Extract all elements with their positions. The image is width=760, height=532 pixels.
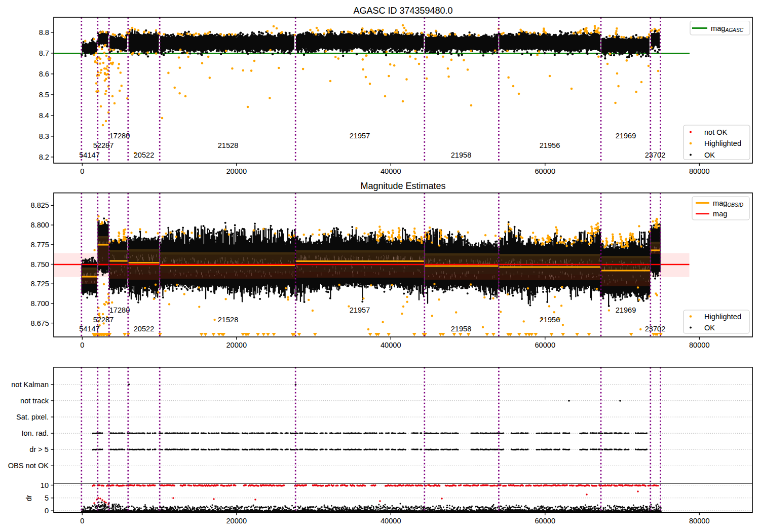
svg-text:8.750: 8.750 bbox=[30, 260, 49, 269]
svg-text:OBS not OK: OBS not OK bbox=[8, 462, 49, 470]
svg-text:20000: 20000 bbox=[226, 341, 247, 349]
svg-text:52287: 52287 bbox=[93, 141, 114, 149]
svg-text:0: 0 bbox=[80, 167, 84, 175]
svg-text:8.775: 8.775 bbox=[30, 241, 49, 249]
svg-text:not track: not track bbox=[20, 397, 49, 405]
svg-text:20000: 20000 bbox=[226, 167, 247, 175]
svg-text:60000: 60000 bbox=[535, 341, 556, 349]
svg-text:10: 10 bbox=[41, 481, 49, 489]
svg-text:23702: 23702 bbox=[645, 151, 666, 159]
svg-text:21956: 21956 bbox=[540, 141, 560, 149]
svg-text:8.675: 8.675 bbox=[30, 319, 49, 327]
svg-text:21958: 21958 bbox=[451, 325, 472, 333]
svg-text:17280: 17280 bbox=[109, 132, 130, 140]
svg-text:60000: 60000 bbox=[535, 517, 556, 525]
svg-text:60000: 60000 bbox=[535, 167, 556, 175]
svg-text:40000: 40000 bbox=[381, 341, 401, 349]
svg-text:0: 0 bbox=[80, 341, 84, 349]
svg-text:80000: 80000 bbox=[689, 517, 710, 525]
svg-text:5: 5 bbox=[45, 494, 49, 502]
svg-text:21958: 21958 bbox=[451, 151, 472, 159]
svg-text:Highlighted: Highlighted bbox=[704, 313, 741, 321]
svg-text:8.8: 8.8 bbox=[39, 28, 49, 36]
svg-text:Highlighted: Highlighted bbox=[704, 139, 741, 147]
svg-text:8.800: 8.800 bbox=[30, 221, 49, 229]
svg-text:8.2: 8.2 bbox=[39, 153, 49, 161]
svg-text:8.5: 8.5 bbox=[39, 91, 49, 99]
svg-text:21956: 21956 bbox=[540, 316, 560, 324]
svg-text:OK: OK bbox=[704, 324, 715, 332]
svg-text:52287: 52287 bbox=[93, 316, 114, 324]
svg-text:40000: 40000 bbox=[381, 167, 401, 175]
svg-text:0: 0 bbox=[45, 507, 49, 515]
svg-text:8.725: 8.725 bbox=[30, 280, 49, 288]
svg-text:21969: 21969 bbox=[616, 306, 636, 314]
svg-text:8.7: 8.7 bbox=[39, 49, 49, 57]
svg-text:8.4: 8.4 bbox=[39, 111, 49, 120]
svg-text:20522: 20522 bbox=[134, 151, 155, 159]
svg-text:17280: 17280 bbox=[109, 306, 130, 314]
svg-text:Ion. rad.: Ion. rad. bbox=[21, 429, 49, 437]
svg-text:8.3: 8.3 bbox=[39, 132, 49, 140]
svg-text:Sat. pixel.: Sat. pixel. bbox=[16, 413, 49, 421]
svg-text:20522: 20522 bbox=[134, 325, 155, 333]
svg-text:8.825: 8.825 bbox=[30, 201, 49, 209]
svg-text:23702: 23702 bbox=[645, 325, 666, 333]
svg-text:8.6: 8.6 bbox=[39, 70, 49, 78]
svg-text:54147: 54147 bbox=[79, 325, 100, 333]
svg-text:not OK: not OK bbox=[704, 128, 728, 136]
svg-text:8.700: 8.700 bbox=[30, 299, 49, 308]
svg-text:21528: 21528 bbox=[218, 316, 239, 324]
svg-text:AGASC ID 374359480.0: AGASC ID 374359480.0 bbox=[353, 6, 452, 16]
svg-text:20000: 20000 bbox=[226, 517, 247, 525]
svg-text:mag: mag bbox=[713, 210, 727, 218]
svg-text:dr > 5: dr > 5 bbox=[29, 445, 49, 453]
svg-text:Magnitude Estimates: Magnitude Estimates bbox=[360, 181, 445, 191]
svg-text:0: 0 bbox=[80, 517, 84, 525]
svg-text:80000: 80000 bbox=[689, 167, 710, 175]
svg-text:21969: 21969 bbox=[616, 132, 636, 140]
svg-text:21957: 21957 bbox=[350, 306, 370, 314]
svg-text:not Kalman: not Kalman bbox=[11, 381, 49, 389]
svg-text:dr: dr bbox=[25, 495, 33, 501]
svg-text:80000: 80000 bbox=[689, 341, 710, 349]
svg-text:40000: 40000 bbox=[381, 517, 401, 525]
svg-text:21528: 21528 bbox=[218, 141, 239, 149]
svg-text:21957: 21957 bbox=[350, 132, 370, 140]
svg-text:54147: 54147 bbox=[79, 151, 100, 159]
svg-text:OK: OK bbox=[704, 151, 715, 159]
